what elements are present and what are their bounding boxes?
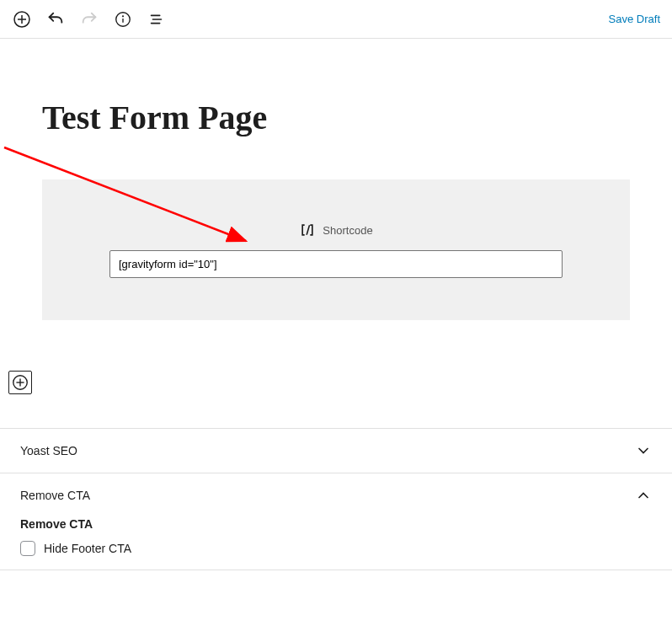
chevron-down-icon xyxy=(635,442,652,459)
metabox-panels: Yoast SEO Remove CTA Remove CTA Hide Foo… xyxy=(0,428,672,570)
editor-canvas: Test Form Page Shortcode xyxy=(0,39,672,362)
panel-yoast-header[interactable]: Yoast SEO xyxy=(0,429,672,473)
panel-yoast-seo: Yoast SEO xyxy=(0,429,672,473)
undo-icon[interactable] xyxy=(45,9,66,29)
chevron-up-icon xyxy=(635,487,652,504)
panel-remove-cta: Remove CTA Remove CTA Hide Footer CTA xyxy=(0,473,672,570)
toolbar-left xyxy=(12,9,167,29)
shortcode-input[interactable] xyxy=(109,250,563,278)
panel-remove-cta-title: Remove CTA xyxy=(20,489,90,502)
save-draft-button[interactable]: Save Draft xyxy=(609,13,660,25)
shortcode-label: Shortcode xyxy=(323,224,372,237)
panel-remove-cta-body: Remove CTA Hide Footer CTA xyxy=(0,517,672,570)
svg-point-5 xyxy=(123,15,124,16)
info-icon[interactable] xyxy=(113,9,133,29)
page-title[interactable]: Test Form Page xyxy=(42,98,630,137)
shortcode-icon xyxy=(299,222,316,238)
outline-icon[interactable] xyxy=(147,9,167,29)
panel-remove-cta-body-title: Remove CTA xyxy=(20,517,652,531)
hide-footer-cta-checkbox[interactable] xyxy=(20,541,35,556)
add-block-icon[interactable] xyxy=(12,9,32,29)
panel-yoast-title: Yoast SEO xyxy=(20,444,77,457)
add-block-button[interactable] xyxy=(8,371,32,394)
hide-footer-cta-row: Hide Footer CTA xyxy=(20,541,652,556)
editor-toolbar: Save Draft xyxy=(0,0,672,39)
redo-icon xyxy=(79,9,99,29)
shortcode-block[interactable]: Shortcode xyxy=(42,179,630,320)
panel-remove-cta-header[interactable]: Remove CTA xyxy=(0,473,672,517)
shortcode-header: Shortcode xyxy=(109,222,563,238)
add-block-after xyxy=(0,362,672,394)
hide-footer-cta-label: Hide Footer CTA xyxy=(44,542,131,555)
